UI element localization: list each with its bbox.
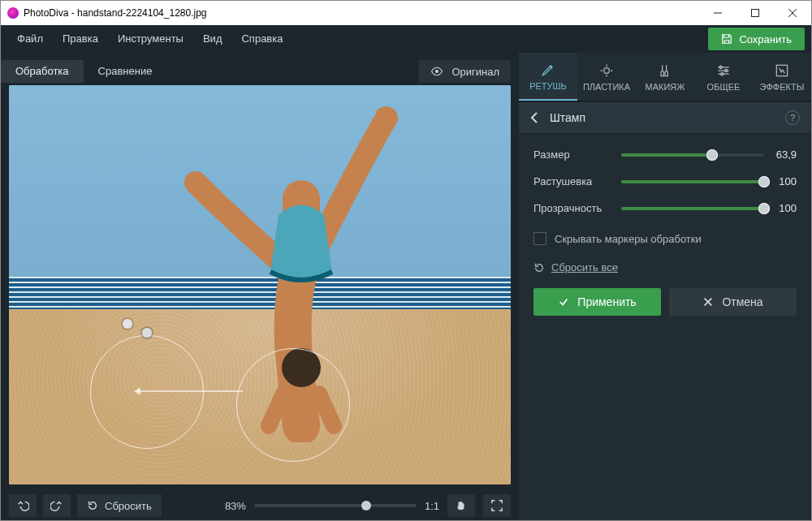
- slider-feather-label: Растушевка: [533, 175, 621, 187]
- reset-all-link[interactable]: Сбросить все: [533, 256, 797, 288]
- main-area: Обработка Сравнение Оригинал: [1, 53, 811, 520]
- slider-feather[interactable]: [621, 180, 764, 183]
- cat-general[interactable]: ОБЩЕЕ: [694, 53, 753, 101]
- app-logo-icon: [7, 7, 19, 19]
- panel-body: Размер 63,9 Растушевка 100 Прозрачность: [519, 134, 811, 321]
- slider-size[interactable]: [621, 153, 764, 157]
- zoom-value: 83%: [225, 500, 246, 512]
- menu-help[interactable]: Справка: [231, 25, 292, 53]
- clone-source-marker[interactable]: [90, 335, 204, 449]
- makeup-icon: [657, 62, 673, 79]
- window-titlebar: PhotoDiva - handstand-2224104_1280.jpg: [1, 1, 811, 25]
- menu-view[interactable]: Вид: [193, 25, 232, 53]
- editor-tabs: Обработка Сравнение Оригинал: [1, 58, 519, 85]
- chevron-left-icon: [530, 112, 538, 123]
- window-maximize-button[interactable]: [736, 1, 774, 25]
- menu-tools[interactable]: Инструменты: [108, 25, 193, 53]
- cat-plastic[interactable]: ПЛАСТИКА: [577, 53, 636, 101]
- svg-point-1: [435, 70, 438, 73]
- reset-all-label: Сбросить все: [551, 261, 618, 273]
- svg-point-5: [604, 67, 610, 73]
- cat-makeup[interactable]: МАКИЯЖ: [636, 53, 694, 101]
- hide-markers-label: Скрывать маркеры обработки: [555, 233, 702, 245]
- menu-edit[interactable]: Правка: [53, 25, 108, 53]
- eye-icon: [430, 67, 443, 76]
- apply-button-label: Применить: [577, 295, 636, 308]
- apply-button[interactable]: Применить: [533, 288, 661, 316]
- slider-opacity-row: Прозрачность 100: [533, 202, 797, 214]
- slider-size-value: 63,9: [764, 149, 797, 161]
- close-icon: [702, 296, 714, 308]
- categories-tabs: РЕТУШЬ ПЛАСТИКА МАКИЯЖ ОБЩЕЕ ЭФФЕКТЫ: [519, 53, 811, 101]
- clone-arrow-icon: [137, 390, 243, 392]
- canvas-toolbar: Сбросить 83% 1:1: [1, 491, 519, 520]
- reset-all-icon: [533, 262, 545, 273]
- app-window: PhotoDiva - handstand-2224104_1280.jpg Ф…: [0, 0, 812, 521]
- panel-header: Штамп ?: [519, 101, 811, 134]
- zoom-controls: 83% 1:1: [225, 494, 511, 517]
- general-icon: [715, 62, 732, 79]
- cat-retouch-label: РЕТУШЬ: [529, 81, 567, 91]
- cat-effects-label: ЭФФЕКТЫ: [760, 82, 805, 92]
- plastic-icon: [598, 62, 615, 79]
- panel-title: Штамп: [550, 111, 585, 124]
- panel-actions: Применить Отмена: [533, 288, 797, 316]
- marker-handle[interactable]: [123, 319, 132, 329]
- save-button-label: Сохранить: [739, 33, 792, 45]
- slider-size-label: Размер: [533, 149, 621, 161]
- slider-feather-row: Растушевка 100: [533, 175, 797, 187]
- menu-file[interactable]: Файл: [7, 25, 53, 53]
- window-minimize-button[interactable]: [699, 1, 736, 25]
- cat-retouch[interactable]: РЕТУШЬ: [519, 53, 577, 101]
- hide-markers-row[interactable]: Скрывать маркеры обработки: [533, 229, 797, 256]
- zoom-slider[interactable]: [254, 504, 417, 507]
- window-title: PhotoDiva - handstand-2224104_1280.jpg: [24, 7, 699, 19]
- original-toggle-button[interactable]: Оригинал: [419, 60, 511, 83]
- cat-general-label: ОБЩЕЕ: [707, 82, 741, 92]
- cat-plastic-label: ПЛАСТИКА: [583, 82, 630, 92]
- cancel-button[interactable]: Отмена: [669, 288, 797, 316]
- check-icon: [558, 296, 569, 308]
- redo-button[interactable]: [43, 494, 71, 517]
- reset-button[interactable]: Сбросить: [77, 494, 162, 517]
- effects-icon: [774, 62, 790, 79]
- pan-hand-button[interactable]: [447, 494, 475, 517]
- svg-rect-0: [752, 10, 759, 17]
- panel-help-button[interactable]: ?: [785, 110, 800, 125]
- clone-target-marker[interactable]: [236, 348, 350, 462]
- save-button[interactable]: Сохранить: [708, 28, 805, 50]
- fullscreen-button[interactable]: [483, 494, 511, 517]
- hide-markers-checkbox[interactable]: [533, 232, 546, 245]
- slider-opacity[interactable]: [621, 207, 764, 210]
- slider-size-row: Размер 63,9: [533, 149, 797, 161]
- original-toggle-label: Оригинал: [451, 66, 499, 78]
- canvas-wrap: [1, 85, 519, 491]
- zoom-ratio-button[interactable]: 1:1: [425, 500, 439, 512]
- image-canvas[interactable]: [9, 85, 511, 484]
- slider-opacity-label: Прозрачность: [533, 202, 621, 214]
- menu-bar: Файл Правка Инструменты Вид Справка Сохр…: [1, 25, 811, 53]
- cancel-button-label: Отмена: [722, 295, 762, 308]
- window-close-button[interactable]: [774, 1, 811, 25]
- save-icon: [721, 33, 732, 45]
- tab-processing[interactable]: Обработка: [1, 60, 84, 83]
- reset-icon: [87, 500, 98, 511]
- editor-pane: Обработка Сравнение Оригинал: [1, 53, 519, 520]
- reset-button-label: Сбросить: [105, 500, 152, 512]
- cat-makeup-label: МАКИЯЖ: [646, 82, 685, 92]
- undo-button[interactable]: [9, 494, 37, 517]
- tab-compare[interactable]: Сравнение: [84, 60, 167, 83]
- retouch-icon: [540, 62, 556, 78]
- cat-effects[interactable]: ЭФФЕКТЫ: [753, 53, 811, 101]
- panel-back-button[interactable]: [530, 112, 538, 123]
- properties-pane: РЕТУШЬ ПЛАСТИКА МАКИЯЖ ОБЩЕЕ ЭФФЕКТЫ: [519, 53, 811, 520]
